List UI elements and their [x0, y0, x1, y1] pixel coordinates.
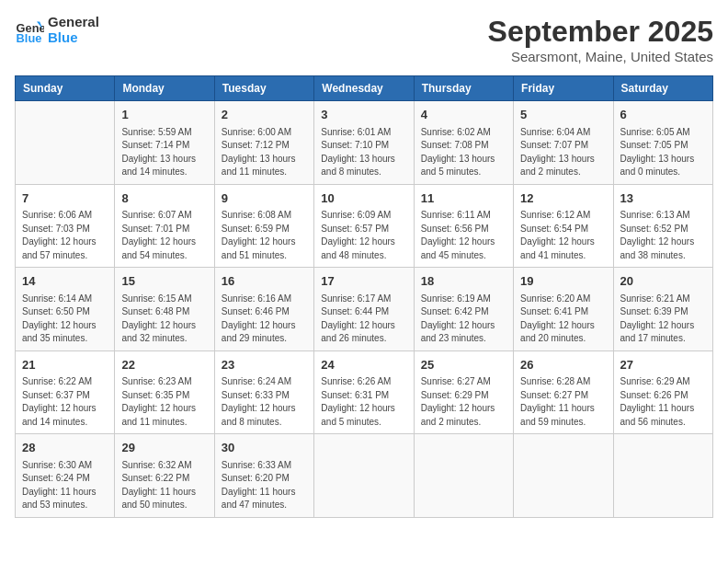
- day-number: 30: [222, 439, 307, 457]
- calendar-header: SundayMondayTuesdayWednesdayThursdayFrid…: [16, 76, 713, 101]
- day-number: 20: [620, 272, 706, 291]
- day-info: Sunrise: 6:24 AMSunset: 6:33 PMDaylight:…: [222, 375, 307, 429]
- day-info: Sunrise: 6:33 AMSunset: 6:20 PMDaylight:…: [222, 459, 307, 512]
- day-cell: 2Sunrise: 6:00 AMSunset: 7:12 PMDaylight…: [214, 101, 313, 185]
- day-number: 2: [222, 106, 307, 124]
- logo-line1: General: [48, 15, 99, 30]
- day-number: 4: [421, 106, 506, 124]
- day-cell: 24Sunrise: 6:26 AMSunset: 6:31 PMDayligh…: [314, 350, 414, 434]
- day-cell: 1Sunrise: 5:59 AMSunset: 7:14 PMDaylight…: [115, 101, 214, 185]
- header-cell-wednesday: Wednesday: [314, 76, 414, 101]
- header-cell-monday: Monday: [115, 76, 214, 101]
- day-info: Sunrise: 6:06 AMSunset: 7:03 PMDaylight:…: [22, 209, 108, 262]
- page-header: General Blue General Blue September 2025…: [15, 15, 713, 64]
- week-row-2: 14Sunrise: 6:14 AMSunset: 6:50 PMDayligh…: [16, 268, 713, 351]
- day-cell: 22Sunrise: 6:23 AMSunset: 6:35 PMDayligh…: [115, 350, 214, 434]
- day-info: Sunrise: 6:16 AMSunset: 6:46 PMDaylight:…: [222, 293, 307, 346]
- day-number: 12: [520, 190, 606, 208]
- day-number: 24: [321, 356, 406, 374]
- calendar-body: 1Sunrise: 5:59 AMSunset: 7:14 PMDaylight…: [16, 101, 713, 518]
- day-number: 27: [620, 356, 706, 374]
- day-info: Sunrise: 6:30 AMSunset: 6:24 PMDaylight:…: [22, 459, 108, 512]
- title-block: September 2025 Searsmont, Maine, United …: [488, 15, 713, 64]
- day-cell: 21Sunrise: 6:22 AMSunset: 6:37 PMDayligh…: [16, 350, 115, 434]
- day-cell: 6Sunrise: 6:05 AMSunset: 7:05 PMDaylight…: [613, 101, 712, 185]
- day-number: 1: [121, 106, 207, 124]
- day-cell: 11Sunrise: 6:11 AMSunset: 6:56 PMDayligh…: [414, 184, 513, 268]
- day-number: 3: [321, 106, 406, 124]
- day-number: 13: [620, 190, 706, 208]
- day-info: Sunrise: 6:13 AMSunset: 6:52 PMDaylight:…: [620, 209, 706, 262]
- day-info: Sunrise: 6:20 AMSunset: 6:41 PMDaylight:…: [520, 293, 606, 346]
- day-info: Sunrise: 6:17 AMSunset: 6:44 PMDaylight:…: [321, 293, 406, 346]
- day-number: 7: [22, 190, 108, 208]
- day-info: Sunrise: 6:14 AMSunset: 6:50 PMDaylight:…: [22, 293, 108, 346]
- logo-icon: General Blue: [15, 16, 44, 45]
- day-cell: 28Sunrise: 6:30 AMSunset: 6:24 PMDayligh…: [16, 434, 115, 518]
- day-info: Sunrise: 6:09 AMSunset: 6:57 PMDaylight:…: [321, 209, 406, 262]
- day-number: 29: [121, 439, 207, 457]
- week-row-0: 1Sunrise: 5:59 AMSunset: 7:14 PMDaylight…: [16, 101, 713, 185]
- day-number: 28: [22, 439, 108, 457]
- day-number: 23: [222, 356, 307, 374]
- day-cell: [314, 434, 414, 518]
- day-cell: 9Sunrise: 6:08 AMSunset: 6:59 PMDaylight…: [214, 184, 313, 268]
- day-cell: 16Sunrise: 6:16 AMSunset: 6:46 PMDayligh…: [214, 268, 313, 351]
- week-row-3: 21Sunrise: 6:22 AMSunset: 6:37 PMDayligh…: [16, 350, 713, 434]
- day-info: Sunrise: 6:32 AMSunset: 6:22 PMDaylight:…: [121, 459, 207, 512]
- svg-text:Blue: Blue: [17, 30, 42, 44]
- day-cell: 26Sunrise: 6:28 AMSunset: 6:27 PMDayligh…: [514, 350, 613, 434]
- day-cell: 14Sunrise: 6:14 AMSunset: 6:50 PMDayligh…: [16, 268, 115, 351]
- day-number: 5: [520, 106, 606, 124]
- day-cell: [613, 434, 712, 518]
- day-cell: 12Sunrise: 6:12 AMSunset: 6:54 PMDayligh…: [514, 184, 613, 268]
- day-number: 16: [222, 272, 307, 291]
- day-info: Sunrise: 5:59 AMSunset: 7:14 PMDaylight:…: [121, 126, 207, 179]
- calendar-table: SundayMondayTuesdayWednesdayThursdayFrid…: [15, 75, 713, 518]
- week-row-1: 7Sunrise: 6:06 AMSunset: 7:03 PMDaylight…: [16, 184, 713, 268]
- header-cell-saturday: Saturday: [613, 76, 712, 101]
- day-number: 15: [121, 272, 207, 291]
- day-cell: 20Sunrise: 6:21 AMSunset: 6:39 PMDayligh…: [613, 268, 712, 351]
- day-cell: 30Sunrise: 6:33 AMSunset: 6:20 PMDayligh…: [214, 434, 313, 518]
- day-info: Sunrise: 6:01 AMSunset: 7:10 PMDaylight:…: [321, 126, 406, 179]
- logo: General Blue General Blue: [15, 15, 99, 45]
- day-cell: 7Sunrise: 6:06 AMSunset: 7:03 PMDaylight…: [16, 184, 115, 268]
- day-cell: 8Sunrise: 6:07 AMSunset: 7:01 PMDaylight…: [115, 184, 214, 268]
- day-cell: 10Sunrise: 6:09 AMSunset: 6:57 PMDayligh…: [314, 184, 414, 268]
- day-cell: [414, 434, 513, 518]
- day-cell: 25Sunrise: 6:27 AMSunset: 6:29 PMDayligh…: [414, 350, 513, 434]
- day-info: Sunrise: 6:11 AMSunset: 6:56 PMDaylight:…: [421, 209, 506, 262]
- header-cell-tuesday: Tuesday: [214, 76, 313, 101]
- day-number: 25: [421, 356, 506, 374]
- day-info: Sunrise: 6:29 AMSunset: 6:26 PMDaylight:…: [620, 375, 706, 429]
- week-row-4: 28Sunrise: 6:30 AMSunset: 6:24 PMDayligh…: [16, 434, 713, 518]
- day-cell: 18Sunrise: 6:19 AMSunset: 6:42 PMDayligh…: [414, 268, 513, 351]
- day-info: Sunrise: 6:08 AMSunset: 6:59 PMDaylight:…: [222, 209, 307, 262]
- day-cell: 17Sunrise: 6:17 AMSunset: 6:44 PMDayligh…: [314, 268, 414, 351]
- day-cell: [16, 101, 115, 185]
- logo-line2: Blue: [48, 30, 99, 46]
- day-info: Sunrise: 6:02 AMSunset: 7:08 PMDaylight:…: [421, 126, 506, 179]
- day-number: 11: [421, 190, 506, 208]
- day-number: 17: [321, 272, 406, 291]
- day-info: Sunrise: 6:22 AMSunset: 6:37 PMDaylight:…: [22, 375, 108, 429]
- day-info: Sunrise: 6:04 AMSunset: 7:07 PMDaylight:…: [520, 126, 606, 179]
- day-cell: 29Sunrise: 6:32 AMSunset: 6:22 PMDayligh…: [115, 434, 214, 518]
- day-info: Sunrise: 6:15 AMSunset: 6:48 PMDaylight:…: [121, 293, 207, 346]
- header-cell-friday: Friday: [514, 76, 613, 101]
- day-number: 9: [222, 190, 307, 208]
- day-number: 26: [520, 356, 606, 374]
- day-info: Sunrise: 6:19 AMSunset: 6:42 PMDaylight:…: [421, 293, 506, 346]
- day-number: 6: [620, 106, 706, 124]
- day-cell: 3Sunrise: 6:01 AMSunset: 7:10 PMDaylight…: [314, 101, 414, 185]
- day-cell: 4Sunrise: 6:02 AMSunset: 7:08 PMDaylight…: [414, 101, 513, 185]
- day-number: 21: [22, 356, 108, 374]
- day-number: 8: [121, 190, 207, 208]
- day-info: Sunrise: 6:26 AMSunset: 6:31 PMDaylight:…: [321, 375, 406, 429]
- day-cell: 19Sunrise: 6:20 AMSunset: 6:41 PMDayligh…: [514, 268, 613, 351]
- day-info: Sunrise: 6:27 AMSunset: 6:29 PMDaylight:…: [421, 375, 506, 429]
- month-title: September 2025: [488, 15, 713, 49]
- day-number: 19: [520, 272, 606, 291]
- day-cell: 27Sunrise: 6:29 AMSunset: 6:26 PMDayligh…: [613, 350, 712, 434]
